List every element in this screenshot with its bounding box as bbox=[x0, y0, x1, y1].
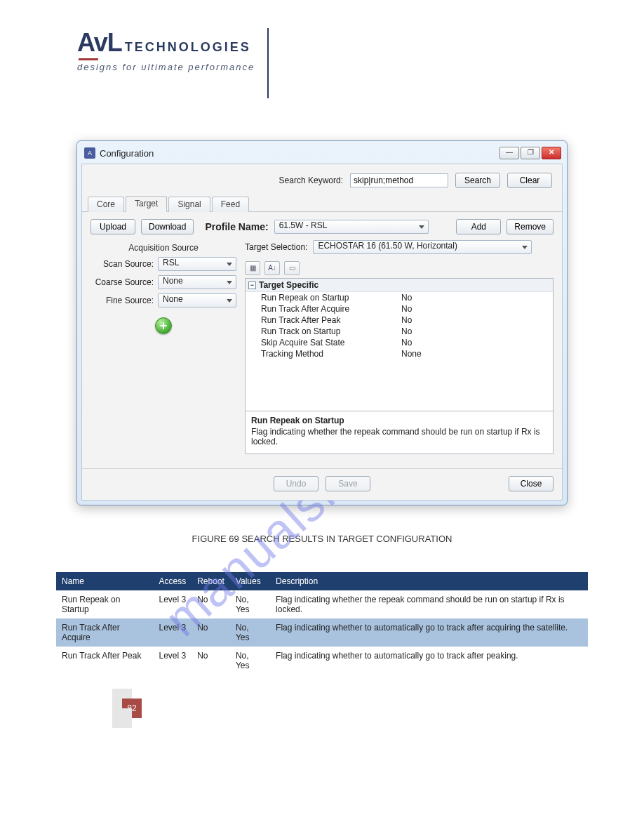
acquisition-source-panel: Acquisition Source Scan Source: RSL Coar… bbox=[90, 240, 236, 454]
property-row[interactable]: Skip Acquire Sat State No bbox=[246, 337, 553, 348]
logo-block: AvL TECHNOLOGIES designs for ultimate pe… bbox=[77, 28, 255, 72]
property-help-panel: Run Repeak on Startup Flag indicating wh… bbox=[245, 411, 554, 454]
cell-values: No, Yes bbox=[230, 647, 270, 675]
cell-name: Run Track After Acquire bbox=[56, 618, 154, 647]
window-title: Configuration bbox=[100, 148, 154, 159]
table-row: Run Track After Peak Level 3 No No, Yes … bbox=[56, 647, 588, 675]
categorize-icon[interactable]: ▦ bbox=[245, 261, 260, 275]
close-dialog-button[interactable]: Close bbox=[509, 476, 554, 491]
cell-access: Level 3 bbox=[154, 590, 192, 618]
scan-source-value: RSL bbox=[163, 258, 179, 267]
window-client-area: Search Keyword: Search Clear Core Target… bbox=[81, 164, 563, 501]
target-selection-dropdown[interactable]: ECHOSTAR 16 (61.50 W, Horizontal) bbox=[313, 240, 532, 254]
property-key: Run Track on Startup bbox=[261, 326, 401, 336]
property-row[interactable]: Run Track After Acquire No bbox=[246, 303, 553, 315]
profile-name-label: Profile Name: bbox=[205, 221, 268, 232]
col-description: Description bbox=[270, 572, 588, 590]
page-number-marker: 82 bbox=[112, 689, 154, 731]
property-key: Run Repeak on Startup bbox=[261, 293, 401, 303]
dialog-footer: Undo Save Close bbox=[82, 468, 562, 500]
close-button[interactable]: ✕ bbox=[542, 147, 561, 159]
upload-button[interactable]: Upload bbox=[90, 219, 135, 234]
cell-name: Run Repeak on Startup bbox=[56, 590, 154, 618]
sort-icon[interactable]: A↓ bbox=[264, 261, 280, 275]
table-row: Run Repeak on Startup Level 3 No No, Yes… bbox=[56, 590, 588, 618]
profile-name-dropdown[interactable]: 61.5W - RSL bbox=[274, 220, 429, 234]
cell-reboot: No bbox=[192, 618, 230, 647]
property-value: No bbox=[401, 338, 553, 348]
scan-source-label: Scan Source: bbox=[90, 259, 154, 269]
profile-name-value: 61.5W - RSL bbox=[279, 220, 328, 230]
property-pages-icon[interactable]: ▭ bbox=[284, 261, 300, 275]
property-row[interactable]: Tracking Method None bbox=[246, 348, 553, 359]
property-key: Tracking Method bbox=[261, 349, 401, 359]
property-key: Run Track After Acquire bbox=[261, 304, 401, 314]
download-button[interactable]: Download bbox=[141, 219, 194, 234]
configuration-window: A Configuration — ❐ ✕ Search Keyword: Se… bbox=[76, 140, 568, 505]
add-button[interactable]: Add bbox=[456, 219, 501, 234]
add-source-icon[interactable]: + bbox=[155, 317, 172, 334]
save-button[interactable]: Save bbox=[326, 476, 370, 491]
remove-button[interactable]: Remove bbox=[507, 219, 554, 234]
property-key: Skip Acquire Sat State bbox=[261, 338, 401, 348]
tab-feed[interactable]: Feed bbox=[212, 197, 249, 212]
cell-desc: Flag indicating whether to automatically… bbox=[270, 647, 588, 675]
property-value: None bbox=[401, 349, 553, 359]
help-title: Run Repeak on Startup bbox=[251, 416, 547, 425]
cell-reboot: No bbox=[192, 647, 230, 675]
undo-button[interactable]: Undo bbox=[274, 476, 318, 491]
page-header: AvL TECHNOLOGIES designs for ultimate pe… bbox=[0, 0, 644, 105]
page-marker-square bbox=[112, 708, 132, 728]
property-row[interactable]: Run Track on Startup No bbox=[246, 326, 553, 337]
target-selection-label: Target Selection: bbox=[245, 242, 307, 252]
maximize-button[interactable]: ❐ bbox=[521, 147, 540, 159]
target-selection-value: ECHOSTAR 16 (61.50 W, Horizontal) bbox=[318, 241, 457, 251]
search-button[interactable]: Search bbox=[455, 173, 500, 188]
table-row: Run Track After Acquire Level 3 No No, Y… bbox=[56, 618, 588, 647]
search-row: Search Keyword: Search Clear bbox=[82, 164, 562, 195]
col-values: Values bbox=[230, 572, 270, 590]
cell-name: Run Track After Peak bbox=[56, 647, 154, 675]
acquisition-source-title: Acquisition Source bbox=[128, 243, 198, 253]
cell-desc: Flag indicating whether to automatically… bbox=[270, 618, 588, 647]
tab-bar: Core Target Signal Feed bbox=[82, 195, 562, 212]
help-text: Flag indicating whether the repeak comma… bbox=[251, 427, 547, 446]
property-key: Run Track After Peak bbox=[261, 315, 401, 325]
titlebar: A Configuration — ❐ ✕ bbox=[81, 145, 563, 164]
coarse-source-dropdown[interactable]: None bbox=[158, 275, 236, 289]
property-grid-toolbar: ▦ A↓ ▭ bbox=[245, 261, 554, 275]
figure-caption: FIGURE 69 SEARCH RESULTS IN TARGET CONFI… bbox=[56, 534, 588, 544]
col-reboot: Reboot bbox=[192, 572, 230, 590]
fine-source-value: None bbox=[163, 294, 183, 304]
col-access: Access bbox=[154, 572, 192, 590]
property-row[interactable]: Run Track After Peak No bbox=[246, 315, 553, 326]
tab-signal[interactable]: Signal bbox=[168, 197, 210, 212]
tab-target[interactable]: Target bbox=[126, 196, 167, 212]
property-grid: − Target Specific Run Repeak on Startup … bbox=[245, 278, 554, 411]
property-group-header[interactable]: − Target Specific bbox=[246, 279, 553, 292]
tab-core[interactable]: Core bbox=[88, 197, 124, 212]
parameters-table: Name Access Reboot Values Description Ru… bbox=[56, 572, 588, 675]
search-label: Search Keyword: bbox=[279, 176, 343, 185]
property-value: No bbox=[401, 304, 553, 314]
cell-values: No, Yes bbox=[230, 618, 270, 647]
property-value: No bbox=[401, 326, 553, 336]
table-header-row: Name Access Reboot Values Description bbox=[56, 572, 588, 590]
clear-button[interactable]: Clear bbox=[507, 173, 552, 188]
logo-tagline: designs for ultimate performance bbox=[77, 62, 255, 72]
col-name: Name bbox=[56, 572, 154, 590]
minimize-button[interactable]: — bbox=[499, 147, 519, 159]
property-group-name: Target Specific bbox=[259, 280, 318, 290]
property-value: No bbox=[401, 293, 553, 303]
cell-desc: Flag indicating whether the repeak comma… bbox=[270, 590, 588, 618]
property-row[interactable]: Run Repeak on Startup No bbox=[246, 292, 553, 303]
target-details-panel: Target Selection: ECHOSTAR 16 (61.50 W, … bbox=[245, 240, 554, 454]
collapse-icon[interactable]: − bbox=[248, 282, 256, 289]
fine-source-dropdown[interactable]: None bbox=[158, 293, 236, 307]
tab-content-target: Upload Download Profile Name: 61.5W - RS… bbox=[82, 212, 562, 464]
header-divider bbox=[267, 28, 269, 98]
fine-source-label: Fine Source: bbox=[90, 296, 154, 305]
scan-source-dropdown[interactable]: RSL bbox=[158, 257, 236, 271]
search-input[interactable] bbox=[350, 173, 448, 187]
profile-row: Upload Download Profile Name: 61.5W - RS… bbox=[90, 219, 554, 234]
